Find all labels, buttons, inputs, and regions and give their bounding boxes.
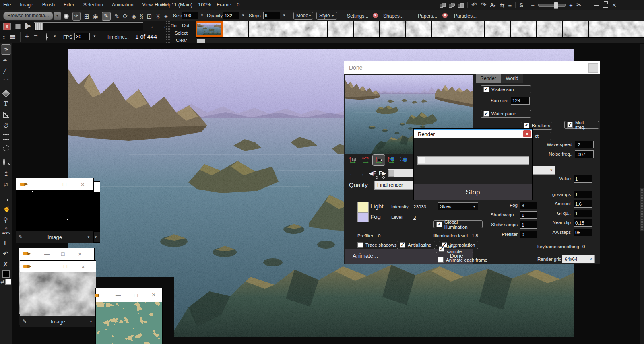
browse-media-button[interactable]: Browse for media... [3, 12, 53, 20]
paste-selection-icon[interactable] [449, 3, 454, 8]
jitter-sample-checkbox[interactable]: Jitter sample [436, 245, 473, 253]
picker-pencil-icon[interactable]: ✎ [23, 319, 27, 324]
next-keyframe-icon[interactable]: F▶ [379, 170, 386, 176]
particle-star-icon[interactable]: ✳ [155, 13, 161, 19]
amount-input[interactable] [574, 200, 592, 208]
smoke-texture[interactable] [20, 272, 96, 316]
skies-dropdown[interactable]: Skies▼ [438, 202, 478, 210]
zoom-out-icon[interactable]: − [531, 2, 535, 8]
dropper-tool[interactable] [6, 194, 6, 201]
refresh-icon[interactable]: ⟳ [123, 13, 128, 19]
stop-button[interactable]: Stop [414, 184, 532, 200]
antialiasing-checkbox[interactable]: Antialiasing [397, 241, 435, 249]
menu-image[interactable]: Image [20, 2, 33, 8]
shadow-samples-input[interactable] [520, 221, 537, 229]
settings-button[interactable]: Settings... [347, 13, 368, 19]
zoom-slider-thumb[interactable] [554, 2, 558, 9]
circle-slash-tool[interactable]: ∅ [3, 122, 8, 128]
key-tool[interactable]: ⚲ [3, 217, 8, 223]
play-icon[interactable]: ▐▶ [23, 23, 31, 28]
mult-ifreq-checkbox[interactable]: Mult ifreq.. [564, 121, 599, 129]
expand-icon[interactable]: ↕ [2, 34, 6, 40]
window-titlebar[interactable]: — □ × [96, 288, 162, 302]
fps-input[interactable] [74, 33, 90, 40]
puzzle-icon[interactable]: ⊞ [84, 13, 89, 19]
notes-icon[interactable]: ⊡ [147, 13, 152, 19]
checkbox-icon[interactable] [436, 222, 442, 227]
window-minimize-icon[interactable]: — [45, 181, 50, 187]
clear-label[interactable]: Clear [176, 38, 187, 43]
window-close-icon[interactable]: × [81, 264, 85, 270]
checkbox-icon[interactable] [524, 123, 529, 128]
size-input[interactable] [182, 12, 198, 19]
window-close-icon[interactable]: ✕ [612, 2, 617, 8]
keyframe-smoothing-value[interactable]: 0 [582, 244, 585, 249]
timeline-button[interactable]: Timeline... [107, 34, 129, 40]
transform-tool[interactable] [3, 112, 9, 118]
paint-brush-tool[interactable]: ✒ [3, 57, 8, 63]
drag-handle[interactable] [166, 21, 170, 43]
scrub-thumb[interactable] [35, 23, 43, 30]
pan-hand-tool[interactable]: ☝ [3, 205, 11, 212]
stop-icon[interactable] [15, 24, 21, 29]
dialog-scrub-thumb[interactable] [388, 170, 394, 177]
close-timeline-button[interactable]: x [3, 23, 11, 30]
world-globe-button[interactable] [385, 154, 397, 165]
breakers-checkbox[interactable]: Breakers [521, 122, 552, 130]
prev-keyframe-icon[interactable]: ◀F [369, 170, 376, 176]
swap-arrows-icon[interactable]: ⇆ [500, 2, 505, 8]
menu-view[interactable]: View [142, 2, 153, 8]
window-maximize-icon[interactable]: □ [61, 251, 64, 257]
popup-close-button[interactable]: x [523, 130, 531, 137]
pen-tool-icon[interactable]: ✑ [72, 12, 80, 21]
window-footer[interactable]: ✎ Image ▼ [20, 316, 96, 327]
gi-quality-input[interactable] [574, 210, 592, 217]
camera-orbit-button[interactable] [359, 154, 372, 165]
checkbox-icon[interactable] [567, 122, 573, 128]
gi-samps-input[interactable] [574, 191, 592, 198]
window-titlebar[interactable]: — □ × [16, 178, 93, 190]
popup-titlebar[interactable]: Render x [414, 130, 532, 138]
dialog-close-button[interactable] [588, 63, 598, 73]
visible-sun-checkbox[interactable]: Visible sun [481, 85, 531, 93]
chevron-down-icon[interactable]: ▼ [89, 320, 93, 323]
prefilter-value[interactable]: 0 [378, 233, 380, 238]
window-titlebar[interactable]: — □ × [20, 261, 96, 272]
browse-media-dropdown[interactable]: ▼ [54, 12, 61, 20]
filmstrip-scrollbar[interactable] [196, 37, 644, 43]
step-back-icon[interactable]: ← [349, 170, 355, 177]
fog-amount-input[interactable] [520, 202, 537, 209]
in-label[interactable]: In [173, 23, 177, 28]
zoom-100-tool[interactable]: ⚲ 100% [1, 227, 11, 235]
filmstrip[interactable] [223, 21, 644, 37]
animate-each-frame-checkbox[interactable]: Animate each frame [438, 257, 487, 263]
magnifier-tool[interactable] [3, 158, 5, 166]
bulb-dropdown-icon[interactable]: ▼ [53, 35, 56, 38]
window-minimize-icon[interactable]: — [116, 293, 121, 298]
cut-tool-icon[interactable]: ✂ [576, 2, 582, 8]
line-tool[interactable]: ╱ [3, 68, 6, 74]
secondary-color-swatch[interactable] [5, 279, 11, 285]
undo-tool[interactable]: ↶ [3, 251, 8, 257]
fps-dropdown-icon[interactable]: ▼ [93, 35, 96, 38]
sky-type-dropdown[interactable]: ∨ [533, 166, 555, 175]
flag-tool[interactable]: ⚐ [3, 182, 8, 189]
window-minimize-icon[interactable]: — [46, 264, 52, 269]
image-source-label[interactable]: Image [51, 319, 65, 325]
pin-tool[interactable]: ↥ [4, 171, 9, 177]
window-maximize-icon[interactable]: □ [64, 264, 67, 269]
tab-render[interactable]: Render [476, 74, 501, 83]
image-source-label[interactable]: Image [47, 234, 62, 240]
camera-view-button[interactable] [372, 154, 385, 166]
crosshair-icon[interactable]: + [164, 13, 168, 19]
select-label[interactable]: Select [175, 31, 188, 35]
dialog-titlebar[interactable]: Done [344, 61, 600, 74]
window-maximize-icon[interactable]: □ [134, 292, 138, 298]
particles-button[interactable]: Particles... [454, 13, 477, 19]
window-titlebar[interactable]: — □ × [19, 248, 94, 260]
curve-tool[interactable]: ⌒ [3, 79, 9, 85]
cut-x-tool[interactable]: ✗ [3, 262, 8, 268]
checkbox-icon[interactable] [483, 111, 489, 117]
fade-icon[interactable]: A▸ [490, 2, 496, 8]
noise-texture[interactable] [16, 190, 93, 231]
